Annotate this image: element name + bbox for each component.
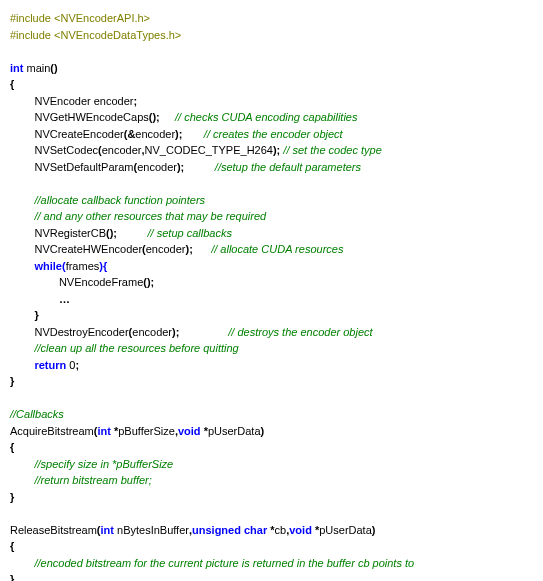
code-token: cb	[275, 524, 287, 536]
code-line: }	[10, 489, 533, 506]
code-token: int	[10, 62, 23, 74]
code-token: //Callbacks	[10, 408, 64, 420]
code-line: {	[10, 439, 533, 456]
code-token	[182, 128, 203, 140]
code-token: NVSetCodec	[10, 144, 98, 156]
code-line: return 0;	[10, 357, 533, 374]
code-token: pUserData	[319, 524, 372, 536]
code-line: {	[10, 76, 533, 93]
code-line: NVEncoder encoder;	[10, 93, 533, 110]
code-line: while(frames){	[10, 258, 533, 275]
code-line: NVSetDefaultParam(encoder); //setup the …	[10, 159, 533, 176]
code-line: NVSetCodec(encoder,NV_CODEC_TYPE_H264); …	[10, 142, 533, 159]
code-token: encoder	[137, 161, 177, 173]
code-token: // checks CUDA encoding capabilities	[175, 111, 357, 123]
code-token	[179, 326, 228, 338]
code-token	[10, 458, 34, 470]
code-token: }	[10, 491, 14, 503]
code-token: )	[372, 524, 376, 536]
code-line: #include <NVEncoderAPI.h>	[10, 10, 533, 27]
code-token: int	[101, 524, 114, 536]
code-token: return	[34, 359, 66, 371]
code-token: //setup the default parameters	[215, 161, 361, 173]
code-line: }	[10, 307, 533, 324]
code-token	[160, 111, 175, 123]
code-token: NV_CODEC_TYPE_H264	[145, 144, 273, 156]
code-line: //specify size in *pBufferSize	[10, 456, 533, 473]
code-token: main	[23, 62, 50, 74]
code-token	[10, 210, 34, 222]
code-token: ;	[75, 359, 79, 371]
code-line: }	[10, 373, 533, 390]
code-token: #include <NVEncoderAPI.h>	[10, 12, 150, 24]
code-token: // and any other resources that may be r…	[34, 210, 266, 222]
code-line: //Callbacks	[10, 406, 533, 423]
code-token: ()	[50, 62, 57, 74]
code-token: encoder	[135, 128, 175, 140]
code-token	[193, 243, 211, 255]
code-token: nBytesInBuffer	[114, 524, 189, 536]
code-token: // creates the encoder object	[204, 128, 343, 140]
code-line: NVCreateHWEncoder(encoder); // allocate …	[10, 241, 533, 258]
code-line: //return bitstream buffer;	[10, 472, 533, 489]
code-line: …	[10, 291, 533, 308]
code-line: NVRegisterCB(); // setup callbacks	[10, 225, 533, 242]
code-line: //clean up all the resources before quit…	[10, 340, 533, 357]
code-token: NVGetHWEncodeCaps	[10, 111, 149, 123]
code-token: ();	[106, 227, 117, 239]
code-token	[10, 359, 34, 371]
code-token: …	[59, 293, 70, 305]
code-line: //encoded bitstream for the current pict…	[10, 555, 533, 572]
code-token: int	[97, 425, 110, 437]
code-token	[117, 227, 148, 239]
code-token: pBufferSize	[118, 425, 175, 437]
code-token	[10, 293, 59, 305]
code-token: NVEncoder encoder	[10, 95, 134, 107]
code-token: );	[185, 243, 192, 255]
code-line: ReleaseBitstream(int nBytesInBuffer,unsi…	[10, 522, 533, 539]
code-token	[10, 474, 34, 486]
code-token: // allocate CUDA resources	[211, 243, 343, 255]
code-line: NVEncodeFrame();	[10, 274, 533, 291]
code-token: ();	[149, 111, 160, 123]
code-token: // set the codec type	[283, 144, 381, 156]
code-token: {	[10, 78, 14, 90]
code-line: }	[10, 571, 533, 581]
code-token: }	[34, 309, 38, 321]
code-token: ;	[134, 95, 138, 107]
code-token: //specify size in *pBufferSize	[34, 458, 173, 470]
code-token: )	[261, 425, 265, 437]
code-line: int main()	[10, 60, 533, 77]
code-token: }	[10, 573, 14, 581]
code-line: NVDestroyEncoder(encoder); // destroys t…	[10, 324, 533, 341]
code-token: pUserData	[208, 425, 261, 437]
code-token: void	[178, 425, 201, 437]
code-token	[10, 342, 34, 354]
code-token: NVSetDefaultParam	[10, 161, 134, 173]
code-line	[10, 390, 533, 407]
code-token: NVCreateHWEncoder	[10, 243, 142, 255]
code-token: encoder	[132, 326, 172, 338]
code-token: NVDestroyEncoder	[10, 326, 129, 338]
code-token: (&	[124, 128, 136, 140]
code-token: frames	[66, 260, 100, 272]
code-token: // destroys the encoder object	[228, 326, 372, 338]
code-line	[10, 43, 533, 60]
code-line: NVGetHWEncodeCaps(); // checks CUDA enco…	[10, 109, 533, 126]
code-token: encoder	[146, 243, 186, 255]
code-line: // and any other resources that may be r…	[10, 208, 533, 225]
code-token	[10, 557, 34, 569]
code-token: {	[10, 540, 14, 552]
code-token: //clean up all the resources before quit…	[34, 342, 238, 354]
code-token	[10, 309, 34, 321]
code-token	[184, 161, 215, 173]
code-token: ();	[143, 276, 154, 288]
code-token: //return bitstream buffer;	[34, 474, 151, 486]
code-token: //allocate callback function pointers	[34, 194, 205, 206]
code-token: #include <NVEncodeDataTypes.h>	[10, 29, 181, 41]
code-token: encoder	[102, 144, 142, 156]
code-token: while(	[34, 260, 65, 272]
code-line	[10, 175, 533, 192]
code-line	[10, 505, 533, 522]
code-line: {	[10, 538, 533, 555]
